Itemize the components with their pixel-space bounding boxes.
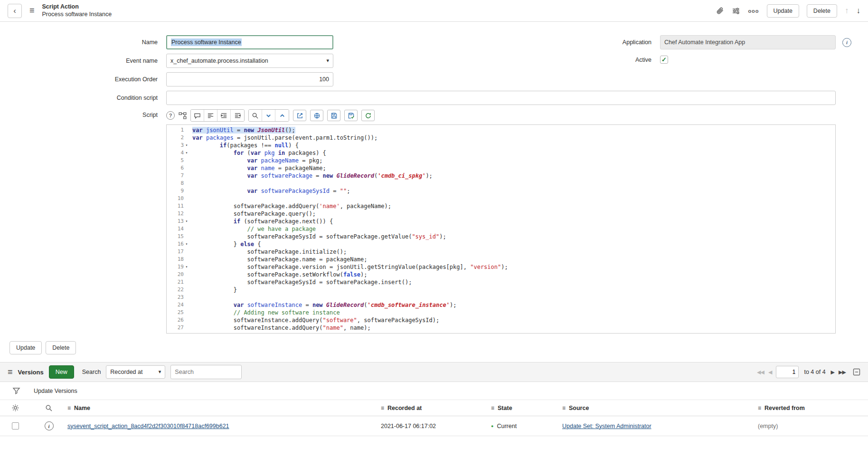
- fold-icon[interactable]: ▾: [184, 240, 189, 248]
- code-line-14[interactable]: 14 // we have a package: [167, 225, 835, 233]
- pagination-last-icon[interactable]: ▶▶: [839, 369, 846, 375]
- more-options-icon[interactable]: ooo: [748, 8, 759, 14]
- code-line-6[interactable]: 6 var name = packageName;: [167, 164, 835, 172]
- code-line-13[interactable]: 13▾ if (softwarePackage.next()) {: [167, 218, 835, 225]
- fold-icon[interactable]: [184, 256, 189, 263]
- code-line-5[interactable]: 5 var packageName = pkg;: [167, 157, 835, 164]
- execution-order-input[interactable]: [166, 72, 333, 86]
- code-line-2[interactable]: 2 var packages = jsonUtil.parse(event.pa…: [167, 134, 835, 142]
- scripts-background-icon[interactable]: [310, 110, 323, 121]
- code-line-17[interactable]: 17 softwarePackage.initialize();: [167, 248, 835, 256]
- fold-icon[interactable]: [184, 210, 189, 218]
- find-previous-icon[interactable]: [275, 110, 289, 121]
- source-link[interactable]: Update Set: System Administrator: [562, 423, 651, 429]
- attachment-icon[interactable]: [716, 7, 724, 15]
- column-header-state[interactable]: ≡ State: [491, 405, 562, 411]
- fold-icon[interactable]: ▾: [184, 218, 189, 225]
- condition-script-input[interactable]: [166, 91, 836, 105]
- fold-icon[interactable]: [184, 248, 189, 256]
- footer-update-button[interactable]: Update: [9, 341, 42, 354]
- application-info-icon[interactable]: i: [842, 38, 851, 47]
- fold-icon[interactable]: [184, 316, 189, 324]
- fold-icon[interactable]: [184, 309, 189, 316]
- code-line-19[interactable]: 19▾ softwarePackage.version = jsonUtil.g…: [167, 263, 835, 271]
- fold-icon[interactable]: [184, 294, 189, 301]
- format-code-button[interactable]: [204, 110, 217, 121]
- list-settings-icon[interactable]: [0, 404, 30, 412]
- code-line-24[interactable]: 24 var softwareInstance = new GlideRecor…: [167, 301, 835, 309]
- pagination-page-input[interactable]: [776, 366, 799, 378]
- code-line-15[interactable]: 15 softwarePackageSysId = softwarePackag…: [167, 233, 835, 240]
- help-icon[interactable]: ?: [166, 111, 175, 120]
- remove-tabs-button[interactable]: [231, 110, 244, 121]
- code-line-9[interactable]: 9 var softwarePackageSysId = "";: [167, 187, 835, 195]
- row-info-icon[interactable]: i: [45, 421, 54, 430]
- code-line-23[interactable]: 23: [167, 294, 835, 301]
- find-next-icon[interactable]: [262, 110, 275, 121]
- save-and-check-icon[interactable]: [344, 110, 358, 121]
- fold-icon[interactable]: [184, 324, 189, 332]
- new-version-button[interactable]: New: [49, 365, 74, 379]
- code-line-22[interactable]: 22 }: [167, 286, 835, 294]
- pagination-next-icon[interactable]: ▶: [831, 369, 834, 375]
- versions-search-input[interactable]: [170, 365, 242, 379]
- delete-button[interactable]: Delete: [807, 4, 837, 18]
- code-line-8[interactable]: 8: [167, 180, 835, 187]
- fold-icon[interactable]: [184, 134, 189, 142]
- code-line-11[interactable]: 11 softwarePackage.addQuery('name', pack…: [167, 202, 835, 210]
- scroll-down-icon[interactable]: ↓: [857, 6, 861, 16]
- footer-delete-button[interactable]: Delete: [46, 341, 76, 354]
- code-line-7[interactable]: 7 var softwarePackage = new GlideRecord(…: [167, 172, 835, 180]
- fold-icon[interactable]: [184, 301, 189, 309]
- fold-icon[interactable]: ▾: [184, 142, 189, 149]
- code-line-26[interactable]: 26 softwareInstance.addQuery("software",…: [167, 316, 835, 324]
- filter-icon[interactable]: [12, 387, 20, 395]
- record-link[interactable]: sysevent_script_action_8acd4f2d2f303010f…: [67, 423, 229, 429]
- code-line-20[interactable]: 20 softwarePackage.setWorkflow(false);: [167, 271, 835, 278]
- fold-icon[interactable]: [184, 126, 189, 134]
- code-line-18[interactable]: 18 softwarePackage.name = packageName;: [167, 256, 835, 263]
- back-button[interactable]: ‹: [8, 4, 22, 18]
- save-icon[interactable]: [327, 110, 340, 121]
- fold-icon[interactable]: [184, 164, 189, 172]
- list-search-icon[interactable]: [30, 404, 67, 412]
- active-checkbox[interactable]: ✓: [660, 56, 668, 64]
- scroll-up-icon[interactable]: ↑: [845, 6, 849, 16]
- code-line-12[interactable]: 12 softwarePackage.query();: [167, 210, 835, 218]
- column-header-recorded-at[interactable]: ≡ Recorded at: [381, 405, 491, 411]
- code-line-3[interactable]: 3▾ if(packages !== null) {: [167, 142, 835, 149]
- fold-icon[interactable]: [184, 180, 189, 187]
- fold-icon[interactable]: [184, 233, 189, 240]
- code-line-21[interactable]: 21 softwarePackageSysId = softwarePackag…: [167, 278, 835, 286]
- personalize-form-icon[interactable]: [732, 7, 740, 15]
- pagination-first-icon[interactable]: ◀◀: [757, 369, 764, 375]
- row-checkbox[interactable]: [12, 422, 19, 429]
- search-column-select[interactable]: Recorded at: [106, 365, 165, 379]
- update-button[interactable]: Update: [767, 4, 799, 18]
- context-menu-icon[interactable]: ≡: [29, 6, 35, 16]
- collapse-list-icon[interactable]: [853, 368, 860, 376]
- breadcrumb[interactable]: Update Versions: [34, 388, 77, 394]
- column-header-source[interactable]: ≡ Source: [562, 405, 758, 411]
- column-header-reverted-from[interactable]: ≡ Reverted from: [758, 405, 868, 411]
- comment-toggle-button[interactable]: [191, 110, 204, 121]
- fold-icon[interactable]: [184, 157, 189, 164]
- code-line-25[interactable]: 25 // Adding new software instance: [167, 309, 835, 316]
- code-line-10[interactable]: 10: [167, 195, 835, 202]
- fold-icon[interactable]: [184, 172, 189, 180]
- versions-menu-icon[interactable]: ≡: [8, 367, 13, 377]
- column-header-name[interactable]: ≡ Name: [67, 405, 381, 411]
- editor-preferences-icon[interactable]: [361, 110, 375, 121]
- fold-icon[interactable]: ▾: [184, 263, 189, 271]
- fold-icon[interactable]: [184, 286, 189, 294]
- fold-icon[interactable]: [184, 187, 189, 195]
- pagination-prev-icon[interactable]: ◀: [768, 369, 772, 375]
- syntax-editor-toggle-icon[interactable]: [179, 112, 187, 120]
- code-line-4[interactable]: 4▾ for (var pkg in packages) {: [167, 149, 835, 157]
- event-name-select[interactable]: x_chef_automate.process.installation: [166, 54, 333, 68]
- replace-tabs-button[interactable]: [217, 110, 231, 121]
- code-line-16[interactable]: 16▾ } else {: [167, 240, 835, 248]
- open-in-window-button[interactable]: [293, 110, 306, 121]
- name-input[interactable]: Process software Instance: [166, 35, 333, 49]
- code-line-27[interactable]: 27 softwareInstance.addQuery("name", nam…: [167, 324, 835, 332]
